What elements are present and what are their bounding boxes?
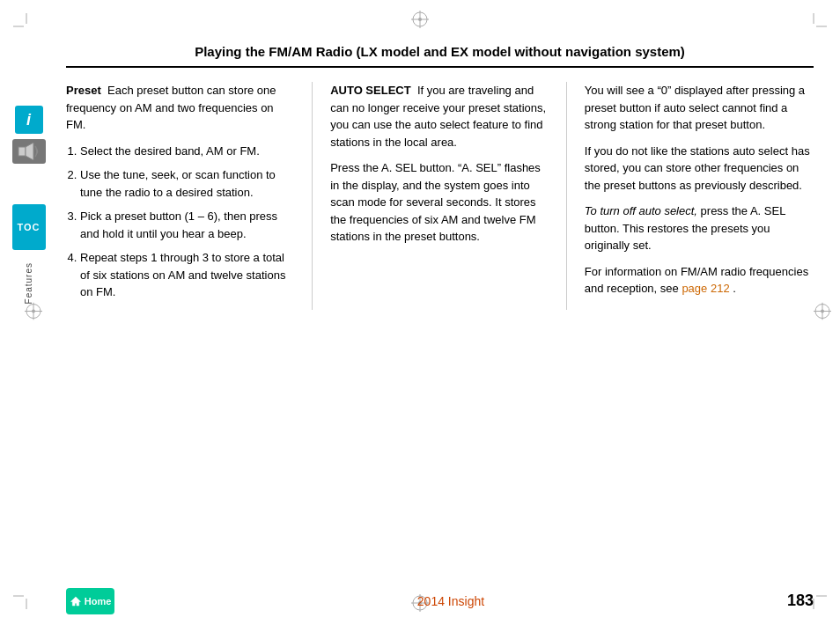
col3-para2: If you do not like the stations auto sel… [585,143,814,195]
col3-para1: You will see a “0” displayed after press… [585,82,814,134]
column-3: You will see a “0” displayed after press… [567,82,814,310]
columns-container: Preset Each preset button can store one … [66,82,814,310]
col1-heading: Preset [66,84,101,97]
col3-para3-italic: To turn off auto select, [585,204,697,217]
sidebar: i TOC Features [0,0,57,625]
col1-intro: Preset Each preset button can store one … [66,82,294,134]
page-number: 183 [787,592,814,610]
footer-title: 2014 Insight [114,594,787,608]
home-icon [70,596,82,607]
footer: Home 2014 Insight 183 [57,577,840,625]
toc-label: TOC [17,222,40,232]
features-label: Features [24,262,33,304]
home-button[interactable]: Home [66,588,114,614]
column-2: AUTO SELECT If you are traveling and can… [313,82,567,310]
col2-body: Press the A. SEL button. “A. SEL” flashe… [330,159,549,246]
column-1: Preset Each preset button can store one … [66,82,313,310]
step-3: Pick a preset button (1 – 6), then press… [80,208,294,242]
svg-rect-24 [18,147,26,156]
col3-para3: To turn off auto select, press the A. SE… [585,202,814,254]
col3-page-link[interactable]: page 212 [682,282,729,295]
col2-heading: AUTO SELECT [330,84,411,97]
toc-button[interactable]: TOC [12,204,46,250]
svg-marker-26 [70,596,80,605]
col3-para4: For information on FM/AM radio frequenci… [585,263,814,298]
main-content: Playing the FM/AM Radio (LX model and EX… [57,0,840,625]
page-title: Playing the FM/AM Radio (LX model and EX… [66,44,814,68]
col3-para4-end: . [730,282,736,295]
col1-steps-list: Select the desired band, AM or FM. Use t… [66,143,294,301]
home-label: Home [85,596,112,607]
step-4: Repeat steps 1 through 3 to store a tota… [80,249,294,301]
info-icon: i [15,106,43,134]
col2-intro: AUTO SELECT If you are traveling and can… [330,82,549,151]
audio-icon [12,139,46,164]
step-2: Use the tune, seek, or scan function to … [80,166,294,201]
step-1: Select the desired band, AM or FM. [80,143,294,160]
svg-marker-25 [26,143,33,160]
